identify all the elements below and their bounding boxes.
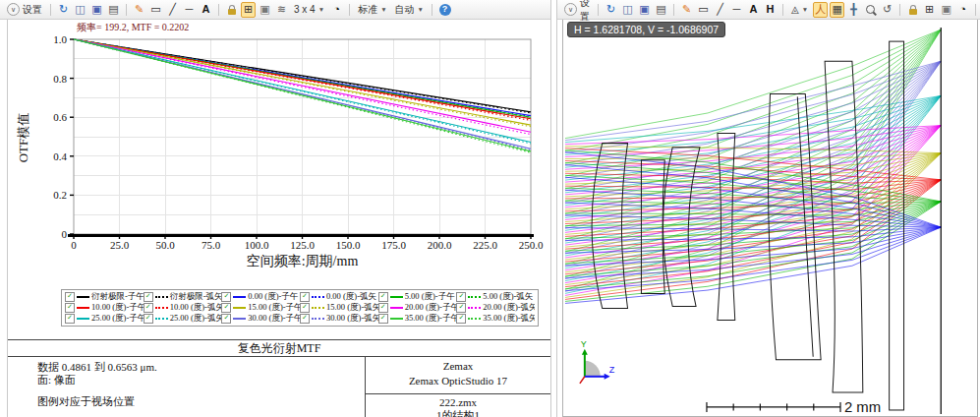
legend-line-sample [155,296,168,298]
auto-dropdown[interactable]: 自动▼ [392,3,427,17]
print-button[interactable]: ▤ [106,2,121,18]
filter-glass [890,41,904,410]
legend-item[interactable]: ✓25.00 (度)-弧矢 [144,314,222,325]
text-tool-button[interactable]: A [199,2,213,18]
legend-item[interactable]: ✓35.00 (度)-子午 [378,314,457,325]
legend-checkbox[interactable]: ✓ [65,314,75,324]
legend-checkbox[interactable]: ✓ [221,314,231,324]
help-button[interactable]: ? [437,2,452,18]
legend-item[interactable]: ✓衍射极限-子午 [65,291,144,302]
window-button[interactable]: ▣ [258,2,272,18]
x-tick-label: 150.0 [326,239,370,251]
layout-canvas[interactable]: 2 mm Y Z H = 1.6281708, V = -1.0686907 [562,18,978,417]
refresh-icon: ↻ [59,4,68,15]
legend-checkbox[interactable]: ✓ [378,314,388,324]
line-tool-button[interactable]: ─ [729,2,744,18]
legend-checkbox[interactable]: ✓ [300,303,310,313]
legend-item[interactable]: ✓35.00 (度)-弧矢 [456,314,535,325]
settings-dropdown[interactable]: ∨设置 [561,3,593,17]
pencil-tool-button[interactable]: ✎ [679,2,694,18]
settings-dropdown[interactable]: ∨设置 [4,3,45,17]
legend-item[interactable]: ✓15.00 (度)-弧矢 [300,302,378,313]
panel-divider[interactable] [550,0,557,417]
lock-button[interactable] [905,2,920,18]
zoom-button[interactable] [863,2,878,18]
rotate-button[interactable]: ↺ [880,2,894,18]
save-button[interactable]: ▣ [89,2,104,18]
legend-checkbox[interactable]: ✓ [221,303,231,313]
legend-checkbox[interactable]: ✓ [456,303,466,313]
chevron-down-icon: ▼ [802,6,808,13]
mtf-plot[interactable] [74,39,531,234]
x-tick-label: 25.0 [98,239,142,251]
fit-window-icon: ⊞ [925,4,934,15]
refresh-button[interactable]: ↻ [604,2,618,18]
legend-checkbox[interactable]: ✓ [378,303,388,313]
window-icon: ▣ [259,4,269,15]
line-icon: ─ [186,4,194,15]
history-button[interactable]: ◔ [329,2,344,18]
legend-checkbox[interactable]: ✓ [456,292,466,302]
legend-item[interactable]: ✓20.00 (度)-弧矢 [456,302,535,313]
history-button[interactable]: ◔ [955,2,970,18]
legend-item[interactable]: ✓15.00 (度)-子午 [221,302,300,313]
copy-button[interactable]: ◫ [73,2,87,18]
lock-button[interactable] [224,2,239,18]
legend-item[interactable]: ✓30.00 (度)-子午 [221,314,300,325]
cursor-coordinates-tooltip: H = 1.6281708, V = -1.0686907 [567,22,725,37]
screen-button[interactable]: ▦ [830,2,844,18]
pan-person-button[interactable]: 人 [813,2,828,18]
rectangle-tool-button[interactable]: ▭ [696,2,711,18]
legend-checkbox[interactable]: ✓ [65,292,75,302]
legend-item[interactable]: ✓5.00 (度)-弧矢 [456,291,535,302]
copy-button[interactable]: ◫ [620,2,635,18]
legend-label: 15.00 (度)-弧矢 [326,302,378,313]
legend-item[interactable]: ✓0.00 (度)-子午 [221,291,300,302]
legend-item[interactable]: ✓10.00 (度)-弧矢 [144,302,222,313]
layers-button[interactable]: ≋ [274,2,289,18]
legend-checkbox[interactable]: ✓ [65,303,75,313]
legend-item[interactable]: ✓0.00 (度)-弧矢 [300,291,378,302]
legend-checkbox[interactable]: ✓ [221,292,231,302]
move-button[interactable]: ╋ [846,2,861,18]
legend-checkbox[interactable]: ✓ [300,314,310,324]
save-button[interactable]: ▣ [637,2,652,18]
refresh-button[interactable]: ↻ [56,2,71,18]
legend-line-sample [312,318,324,320]
legend-item[interactable]: ✓10.00 (度)-子午 [65,302,144,313]
height-tool-button[interactable]: H [763,2,778,18]
grid-size-dropdown[interactable]: 3 x 4▼ [291,3,327,17]
legend-checkbox[interactable]: ✓ [144,292,153,302]
legend-checkbox[interactable]: ✓ [144,314,153,324]
legend-item[interactable]: ✓5.00 (度)-子午 [378,291,457,302]
print-button[interactable]: ▤ [654,2,668,18]
legend-checkbox[interactable]: ✓ [456,314,466,324]
pencil-tool-button[interactable]: ✎ [132,2,146,18]
file-name: 222.zmx [366,396,550,409]
legend-checkbox[interactable]: ✓ [378,292,388,302]
legend-line-sample [77,307,89,309]
text-tool-button[interactable]: A [746,2,761,18]
arrow-line-tool-button[interactable]: ╱ [713,2,727,18]
rectangle-tool-button[interactable]: ▭ [148,2,163,18]
y-tick-label: 0.2 [29,189,67,201]
diagonal-line-tool-button[interactable]: ╱ [165,2,180,18]
scale-label: 2 mm [844,398,881,415]
legend-item[interactable]: ✓20.00 (度)-子午 [378,302,457,313]
fit-window-button[interactable]: ⊞ [241,2,256,18]
fit-window-button[interactable]: ⊞ [922,2,937,18]
ray-fan-dropdown[interactable]: ◬▼ [788,3,811,17]
line-tool-button[interactable]: ─ [182,2,197,18]
legend-line-sample [390,296,403,298]
screen-icon: ▦ [832,4,841,15]
diagonal-line-icon: ╱ [169,4,176,15]
legend-item[interactable]: ✓30.00 (度)-弧矢 [300,314,378,325]
standard-dropdown[interactable]: 标准▼ [355,3,389,17]
legend-item[interactable]: ✓25.00 (度)-子午 [65,314,144,325]
legend-checkbox[interactable]: ✓ [144,303,153,313]
legend-item[interactable]: ✓衍射极限-弧矢 [144,291,222,302]
line-icon: ─ [733,4,741,15]
window-button[interactable]: ▣ [939,2,953,18]
x-tick-label: 225.0 [464,239,507,251]
legend-checkbox[interactable]: ✓ [300,292,310,302]
